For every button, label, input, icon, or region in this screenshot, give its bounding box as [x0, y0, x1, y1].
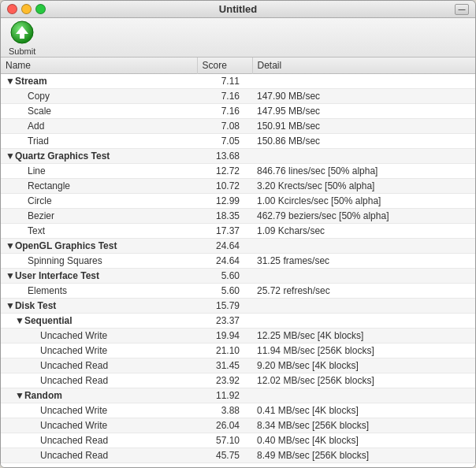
table-row: Uncached Write3.880.41 MB/sec [4K blocks…	[1, 403, 475, 418]
table-row: ▼Random11.92	[1, 388, 475, 403]
table-row: Elements5.6025.72 refresh/sec	[1, 284, 475, 299]
table-header-row: Name Score Detail	[1, 58, 475, 74]
row-name: Rectangle	[1, 179, 197, 194]
row-name: Add	[1, 119, 197, 134]
submit-label: Submit	[9, 46, 35, 56]
table-row: ▼Sequential23.37	[1, 314, 475, 329]
row-name: Elements	[1, 284, 197, 299]
row-name: Bezier	[1, 209, 197, 224]
row-name: ▼Quartz Graphics Test	[1, 149, 197, 164]
table-row: Triad7.05150.86 MB/sec	[1, 134, 475, 149]
row-name: ▼Random	[1, 388, 197, 403]
table-row: Bezier18.35462.79 beziers/sec [50% alpha…	[1, 209, 475, 224]
table-row: Uncached Write21.1011.94 MB/sec [256K bl…	[1, 344, 475, 358]
row-detail	[252, 299, 475, 314]
row-score: 15.79	[197, 299, 252, 314]
row-name: ▼Sequential	[1, 314, 197, 329]
row-detail	[252, 314, 475, 329]
row-detail: 8.49 MB/sec [256K blocks]	[252, 448, 475, 463]
row-detail: 12.25 MB/sec [4K blocks]	[252, 329, 475, 344]
row-detail: 31.25 frames/sec	[252, 254, 475, 269]
row-name: Uncached Write	[1, 418, 197, 433]
row-score: 7.08	[197, 119, 252, 134]
row-name: Uncached Write	[1, 344, 197, 358]
row-detail	[252, 269, 475, 284]
table-row: Uncached Read45.758.49 MB/sec [256K bloc…	[1, 448, 475, 463]
row-score: 12.72	[197, 164, 252, 179]
table-row: Line12.72846.76 lines/sec [50% alpha]	[1, 164, 475, 179]
table-row: ▼Stream7.11	[1, 74, 475, 89]
row-detail: 1.00 Kcircles/sec [50% alpha]	[252, 194, 475, 209]
maximize-button[interactable]	[35, 4, 46, 14]
submit-icon	[9, 20, 35, 45]
table-row: Spinning Squares24.6431.25 frames/sec	[1, 254, 475, 269]
row-detail: 11.94 MB/sec [256K blocks]	[252, 344, 475, 358]
row-name: ▼User Interface Test	[1, 269, 197, 284]
row-detail: 462.79 beziers/sec [50% alpha]	[252, 209, 475, 224]
title-bar: Untitled —	[1, 1, 475, 18]
table-row: ▼Disk Test15.79	[1, 299, 475, 314]
row-score: 23.37	[197, 314, 252, 329]
row-detail: 12.02 MB/sec [256K blocks]	[252, 373, 475, 388]
row-name: Scale	[1, 104, 197, 119]
row-score: 17.37	[197, 224, 252, 239]
row-score: 7.05	[197, 134, 252, 149]
row-score: 10.72	[197, 179, 252, 194]
row-detail: 846.76 lines/sec [50% alpha]	[252, 164, 475, 179]
row-name: Text	[1, 224, 197, 239]
row-score: 24.64	[197, 254, 252, 269]
row-score: 7.16	[197, 104, 252, 119]
row-score: 57.10	[197, 433, 252, 448]
row-detail: 8.34 MB/sec [256K blocks]	[252, 418, 475, 433]
toolbar: Submit	[1, 18, 475, 58]
data-table-container[interactable]: Name Score Detail ▼Stream7.11Copy7.16147…	[1, 58, 475, 467]
minimize-button[interactable]	[21, 4, 32, 14]
row-detail: 147.95 MB/sec	[252, 104, 475, 119]
row-score: 31.45	[197, 358, 252, 373]
col-score: Score	[197, 58, 252, 74]
row-detail: 150.86 MB/sec	[252, 134, 475, 149]
row-name: Triad	[1, 134, 197, 149]
table-row: Add7.08150.91 MB/sec	[1, 119, 475, 134]
window-right-button[interactable]: —	[455, 4, 469, 15]
row-detail: 0.41 MB/sec [4K blocks]	[252, 403, 475, 418]
close-button[interactable]	[7, 4, 17, 14]
row-score: 3.88	[197, 403, 252, 418]
row-score: 26.04	[197, 418, 252, 433]
table-row: Uncached Write26.048.34 MB/sec [256K blo…	[1, 418, 475, 433]
row-detail: 3.20 Krects/sec [50% alpha]	[252, 179, 475, 194]
row-score: 5.60	[197, 284, 252, 299]
row-score: 45.75	[197, 448, 252, 463]
row-detail	[252, 74, 475, 89]
row-score: 19.94	[197, 329, 252, 344]
data-table: Name Score Detail ▼Stream7.11Copy7.16147…	[1, 58, 475, 463]
row-name: Copy	[1, 89, 197, 104]
row-score: 24.64	[197, 239, 252, 254]
col-detail: Detail	[252, 58, 475, 74]
table-row: ▼User Interface Test5.60	[1, 269, 475, 284]
row-detail: 147.90 MB/sec	[252, 89, 475, 104]
row-name: Line	[1, 164, 197, 179]
row-detail	[252, 388, 475, 403]
row-name: ▼OpenGL Graphics Test	[1, 239, 197, 254]
table-row: ▼OpenGL Graphics Test24.64	[1, 239, 475, 254]
window-title: Untitled	[219, 3, 257, 15]
table-row: ▼Quartz Graphics Test13.68	[1, 149, 475, 164]
table-row: Uncached Read31.459.20 MB/sec [4K blocks…	[1, 358, 475, 373]
row-detail	[252, 149, 475, 164]
row-score: 7.11	[197, 74, 252, 89]
row-detail: 25.72 refresh/sec	[252, 284, 475, 299]
table-row: Rectangle10.723.20 Krects/sec [50% alpha…	[1, 179, 475, 194]
row-score: 13.68	[197, 149, 252, 164]
row-score: 18.35	[197, 209, 252, 224]
row-score: 23.92	[197, 373, 252, 388]
row-name: Spinning Squares	[1, 254, 197, 269]
row-name: Uncached Read	[1, 358, 197, 373]
table-row: Uncached Read57.100.40 MB/sec [4K blocks…	[1, 433, 475, 448]
row-name: Uncached Write	[1, 329, 197, 344]
table-row: Copy7.16147.90 MB/sec	[1, 89, 475, 104]
row-detail	[252, 239, 475, 254]
row-name: Uncached Read	[1, 448, 197, 463]
submit-button[interactable]: Submit	[9, 20, 35, 56]
row-name: Uncached Read	[1, 433, 197, 448]
